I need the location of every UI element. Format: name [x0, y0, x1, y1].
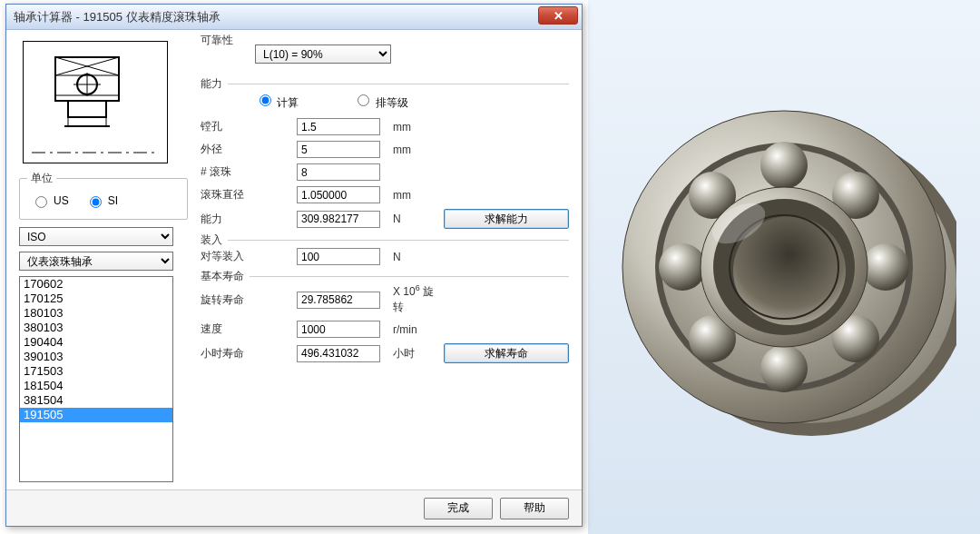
help-button[interactable]: 帮助 [500, 498, 569, 519]
svg-point-7 [862, 243, 909, 291]
list-item[interactable]: 190404 [20, 335, 172, 350]
rev-input[interactable] [297, 292, 380, 309]
balls-input[interactable] [297, 163, 380, 181]
list-item[interactable]: 171503 [20, 364, 172, 379]
bearing-schematic [23, 41, 168, 163]
svg-point-11 [659, 243, 706, 291]
balldia-unit: mm [393, 189, 438, 202]
balldia-input[interactable] [297, 186, 380, 203]
bearing-listbox[interactable]: 1706021701251801033801031904043901031715… [19, 276, 173, 482]
list-item[interactable]: 380103 [20, 321, 172, 335]
close-button[interactable]: ✕ [538, 6, 578, 25]
life-section: 基本寿命 旋转寿命 X 106 旋转 速度 r/min 小时寿命 [201, 276, 569, 369]
hours-label: 小时寿命 [201, 346, 291, 361]
solve-life-button[interactable]: 求解寿命 [444, 343, 569, 363]
finish-button[interactable]: 完成 [424, 498, 493, 519]
loading-section: 装入 对等装入 N [201, 240, 569, 271]
svg-point-9 [760, 345, 808, 392]
equiv-label: 对等装入 [201, 249, 291, 264]
close-icon: ✕ [554, 9, 564, 23]
bearing-3d-render [612, 76, 956, 458]
reliability-combo[interactable]: L(10) = 90% [255, 44, 391, 64]
unit-us-radio[interactable]: US [31, 193, 69, 208]
bearing-type-combo[interactable]: 仪表滚珠轴承 [19, 252, 173, 271]
bore-unit: mm [393, 121, 438, 134]
standard-combo[interactable]: ISO [19, 227, 173, 246]
list-item[interactable]: 191505 [20, 408, 172, 422]
capacity-section: 能力 计算 排等级 镗孔 mm [201, 84, 569, 234]
bore-input[interactable] [297, 118, 380, 135]
capacity-rank-radio[interactable]: 排等级 [353, 92, 407, 111]
speed-unit: r/min [393, 323, 438, 336]
od-unit: mm [393, 143, 438, 156]
od-input[interactable] [297, 141, 380, 158]
bearing-calculator-window: 轴承计算器 - 191505 仪表精度滚珠轴承 ✕ [5, 4, 583, 527]
titlebar[interactable]: 轴承计算器 - 191505 仪表精度滚珠轴承 ✕ [6, 5, 582, 30]
equiv-unit: N [393, 251, 438, 263]
unit-si-radio[interactable]: SI [85, 193, 118, 208]
balldia-label: 滚珠直径 [201, 187, 291, 203]
units-legend: 单位 [27, 171, 56, 186]
reliability-label: 可靠性 [201, 33, 239, 48]
svg-point-5 [760, 142, 808, 189]
rev-label: 旋转寿命 [201, 292, 291, 308]
cad-viewport[interactable] [588, 0, 980, 534]
solve-capacity-button[interactable]: 求解能力 [444, 209, 569, 229]
balls-label: # 滚珠 [201, 164, 291, 180]
svg-rect-27 [68, 101, 106, 117]
rev-unit: X 106 旋转 [393, 284, 438, 315]
list-item[interactable]: 181504 [20, 379, 172, 393]
capacity-val-label: 能力 [201, 212, 291, 227]
list-item[interactable]: 170125 [20, 292, 172, 306]
speed-input[interactable] [297, 321, 380, 338]
list-item[interactable]: 180103 [20, 306, 172, 321]
od-label: 外径 [201, 142, 291, 157]
reliability-section: 可靠性 L(10) = 90% [201, 41, 569, 78]
units-group: 单位 US SI [19, 171, 188, 220]
capacity-calc-radio[interactable]: 计算 [255, 92, 299, 111]
list-item[interactable]: 381504 [20, 393, 172, 408]
list-item[interactable]: 390103 [20, 350, 172, 364]
hours-unit: 小时 [393, 346, 438, 361]
hours-input[interactable] [297, 345, 380, 362]
window-title: 轴承计算器 - 191505 仪表精度滚珠轴承 [14, 9, 220, 25]
life-label: 基本寿命 [201, 269, 250, 284]
loading-label: 装入 [201, 232, 228, 248]
capacity-label: 能力 [201, 76, 228, 92]
bore-label: 镗孔 [201, 119, 291, 134]
capacity-input[interactable] [297, 211, 380, 228]
list-item[interactable]: 170602 [20, 277, 172, 292]
bottom-bar: 完成 帮助 [6, 490, 582, 526]
equiv-input[interactable] [297, 248, 380, 265]
capacity-unit: N [393, 213, 438, 225]
speed-label: 速度 [201, 321, 291, 337]
